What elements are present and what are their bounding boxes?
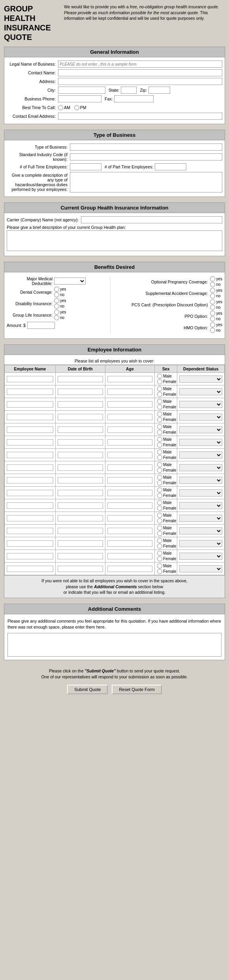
emp-dependent-select[interactable]: Employee OnlyEmployee + SpouseEmployee +…	[179, 376, 222, 383]
sex-female-option[interactable]: Female	[157, 430, 176, 435]
sex-male-option[interactable]: Male	[157, 500, 172, 505]
supplemental-yes[interactable]: yes	[210, 288, 222, 293]
sex-male-option[interactable]: Male	[157, 437, 172, 442]
emp-age-input[interactable]	[107, 389, 152, 395]
emp-name-input[interactable]	[7, 389, 53, 395]
sex-female-option[interactable]: Female	[157, 455, 176, 460]
emp-dependent-select[interactable]: Employee OnlyEmployee + SpouseEmployee +…	[179, 502, 222, 509]
sex-female-option[interactable]: Female	[157, 404, 176, 410]
emp-age-input[interactable]	[107, 452, 152, 458]
emp-name-input[interactable]	[7, 477, 53, 483]
emp-dependent-select[interactable]: Employee OnlyEmployee + SpouseEmployee +…	[179, 439, 222, 446]
sex-male-radio[interactable]	[157, 538, 162, 543]
emp-age-input[interactable]	[107, 401, 152, 408]
submit-quote-button[interactable]: Submit Quote	[67, 685, 108, 694]
am-radio[interactable]	[58, 105, 63, 110]
ppo-no-radio[interactable]	[210, 316, 215, 321]
dental-yes-radio[interactable]	[54, 287, 59, 292]
emp-dob-input[interactable]	[58, 566, 103, 572]
emp-age-input[interactable]	[107, 490, 152, 496]
legal-name-input[interactable]	[58, 60, 222, 68]
group-life-no[interactable]: no	[54, 315, 66, 320]
ppo-yes-radio[interactable]	[210, 311, 215, 316]
emp-name-input[interactable]	[7, 401, 53, 408]
sex-male-radio[interactable]	[157, 437, 162, 442]
ppo-yes[interactable]: yes	[210, 311, 222, 316]
dental-yes[interactable]: yes	[54, 287, 66, 292]
emp-dob-input[interactable]	[58, 439, 103, 446]
supplemental-yes-radio[interactable]	[210, 288, 215, 293]
sex-female-radio[interactable]	[157, 404, 162, 410]
sex-male-radio[interactable]	[157, 412, 162, 417]
emp-dob-input[interactable]	[58, 477, 103, 483]
emp-age-input[interactable]	[107, 528, 152, 534]
sex-male-option[interactable]: Male	[157, 538, 172, 543]
sex-female-option[interactable]: Female	[157, 531, 176, 536]
emp-dependent-select[interactable]: Employee OnlyEmployee + SpouseEmployee +…	[179, 401, 222, 408]
sex-female-option[interactable]: Female	[157, 442, 176, 448]
emp-age-input[interactable]	[107, 376, 152, 382]
emp-name-input[interactable]	[7, 566, 53, 572]
sex-female-option[interactable]: Female	[157, 493, 176, 498]
emp-dependent-select[interactable]: Employee OnlyEmployee + SpouseEmployee +…	[179, 464, 222, 471]
emp-dob-input[interactable]	[58, 515, 103, 521]
sex-male-option[interactable]: Male	[157, 412, 172, 417]
emp-age-input[interactable]	[107, 414, 152, 420]
emp-dob-input[interactable]	[58, 502, 103, 509]
emp-dependent-select[interactable]: Employee OnlyEmployee + SpouseEmployee +…	[179, 414, 222, 421]
sex-male-radio[interactable]	[157, 462, 162, 467]
emp-age-input[interactable]	[107, 477, 152, 483]
group-life-no-radio[interactable]	[54, 315, 59, 320]
ppo-no[interactable]: no	[210, 316, 222, 321]
emp-name-input[interactable]	[7, 465, 53, 471]
sex-male-option[interactable]: Male	[157, 525, 172, 531]
emp-name-input[interactable]	[7, 439, 53, 446]
sex-male-radio[interactable]	[157, 374, 162, 379]
fax-input[interactable]	[114, 95, 154, 102]
additional-comments-textarea[interactable]	[8, 633, 221, 657]
pregnancy-yes[interactable]: yes	[210, 276, 222, 281]
emp-name-input[interactable]	[7, 376, 53, 382]
amount-input[interactable]	[27, 322, 55, 329]
pcs-yes-radio[interactable]	[210, 299, 215, 304]
sex-male-option[interactable]: Male	[157, 513, 172, 518]
sex-female-radio[interactable]	[157, 506, 162, 511]
emp-dob-input[interactable]	[58, 389, 103, 395]
emp-dob-input[interactable]	[58, 401, 103, 408]
sex-male-radio[interactable]	[157, 399, 162, 404]
pcs-no-radio[interactable]	[210, 305, 215, 310]
group-life-yes-radio[interactable]	[54, 310, 59, 315]
sex-female-radio[interactable]	[157, 569, 162, 574]
sex-male-option[interactable]: Male	[157, 449, 172, 455]
state-input[interactable]	[121, 87, 137, 94]
sex-female-option[interactable]: Female	[157, 417, 176, 422]
emp-dob-input[interactable]	[58, 465, 103, 471]
sic-input[interactable]	[70, 153, 222, 161]
emp-dependent-select[interactable]: Employee OnlyEmployee + SpouseEmployee +…	[179, 477, 222, 484]
part-time-input[interactable]	[155, 163, 186, 170]
sex-male-radio[interactable]	[157, 500, 162, 505]
sex-male-option[interactable]: Male	[157, 563, 172, 568]
emp-dob-input[interactable]	[58, 376, 103, 382]
sex-female-radio[interactable]	[157, 417, 162, 422]
pm-radio[interactable]	[74, 105, 79, 110]
emp-age-input[interactable]	[107, 502, 152, 509]
emp-dob-input[interactable]	[58, 427, 103, 433]
emp-dob-input[interactable]	[58, 414, 103, 420]
contact-name-input[interactable]	[58, 69, 222, 76]
dental-no[interactable]: no	[54, 292, 66, 297]
reset-quote-button[interactable]: Reset Quote Form	[112, 685, 161, 694]
emp-dependent-select[interactable]: Employee OnlyEmployee + SpouseEmployee +…	[179, 388, 222, 395]
hmo-no-radio[interactable]	[210, 328, 215, 333]
pregnancy-no[interactable]: no	[210, 282, 222, 287]
sex-male-radio[interactable]	[157, 424, 162, 429]
hmo-yes-radio[interactable]	[210, 322, 215, 327]
current-health-textarea[interactable]	[7, 230, 222, 251]
sex-female-option[interactable]: Female	[157, 379, 176, 384]
emp-name-input[interactable]	[7, 540, 53, 547]
full-time-input[interactable]	[70, 163, 101, 170]
emp-dependent-select[interactable]: Employee OnlyEmployee + SpouseEmployee +…	[179, 553, 222, 560]
sex-male-radio[interactable]	[157, 449, 162, 455]
major-medical-select[interactable]: $250 $500 $1000 $2500	[54, 278, 86, 285]
pm-option[interactable]: PM	[74, 105, 86, 110]
